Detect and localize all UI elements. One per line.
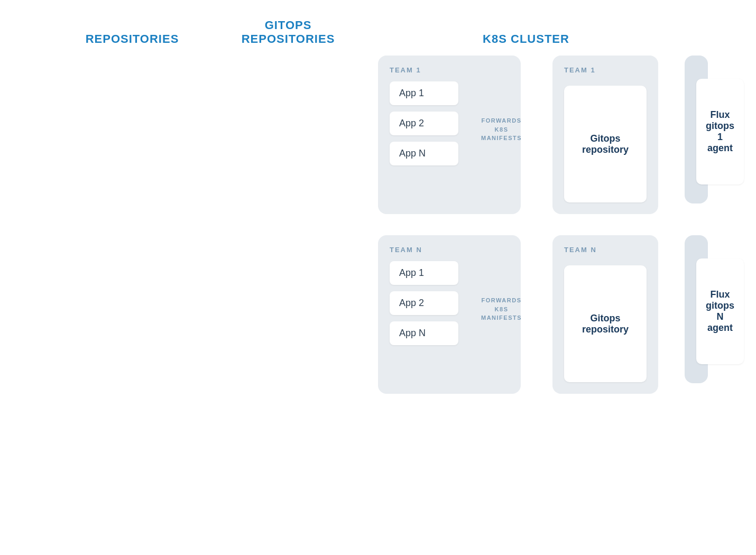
teamN-forwards-label: FORWARDS K8S MANIFESTS: [481, 296, 522, 322]
team1-gitops-label: TEAM 1: [564, 66, 647, 74]
header-repositories: REPOSITORIES: [61, 32, 204, 46]
teamN-gitops-repo-box: Gitopsrepository: [564, 265, 647, 382]
team1-k8s-section: Fluxgitops 1agent Team 1 App 1 Team 1 Ap…: [685, 56, 708, 204]
teamN-flux-box: Fluxgitops Nagent: [696, 258, 744, 364]
team1-flux-box: Fluxgitops 1agent: [696, 79, 744, 184]
teamN-label: TEAM N: [390, 246, 509, 254]
diagram-wrapper: REPOSITORIES GITOPS REPOSITORIES K8S CLU…: [61, 18, 695, 536]
repositories-header: REPOSITORIES: [86, 32, 179, 45]
teamN-k8s-section: Fluxgitops Nagent Team N App 1 Team N Ap…: [685, 235, 708, 383]
team1-appN-box: App N: [390, 142, 458, 165]
teamN-appN-box: App N: [390, 321, 458, 345]
teamN-gitops-label: TEAM N: [564, 246, 647, 254]
team1-label: TEAM 1: [390, 66, 509, 74]
team1-app1-box: App 1: [390, 81, 458, 105]
k8s-header: K8S CLUSTER: [483, 32, 569, 45]
header-row: REPOSITORIES GITOPS REPOSITORIES K8S CLU…: [61, 18, 695, 56]
gitops-header: GITOPS REPOSITORIES: [242, 18, 335, 45]
teamN-app1-box: App 1: [390, 261, 458, 285]
team1-gitops-section: TEAM 1 Gitopsrepository: [552, 56, 658, 214]
teamN-app2-box: App 2: [390, 291, 458, 315]
header-k8s: K8S CLUSTER: [357, 32, 695, 46]
header-gitops: GITOPS REPOSITORIES: [235, 18, 341, 46]
teamN-gitops-section: TEAM N Gitopsrepository: [552, 235, 658, 394]
team1-gitops-repo-box: Gitopsrepository: [564, 86, 647, 202]
team1-forwards-label: FORWARDS K8S MANIFESTS: [481, 116, 522, 143]
team1-app2-box: App 2: [390, 112, 458, 135]
